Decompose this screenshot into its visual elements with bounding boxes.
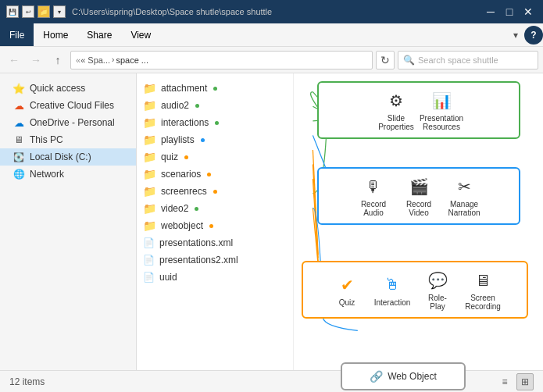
sidebar-item-this-pc[interactable]: 🖥 This PC [0, 131, 136, 148]
close-button[interactable]: ✕ [520, 3, 537, 20]
file-item[interactable]: 📄uuid [137, 269, 293, 286]
sidebar-item-onedrive[interactable]: ☁ OneDrive - Personal [0, 114, 136, 131]
file-item[interactable]: 📁scenarios [137, 166, 293, 183]
tiles-view-button[interactable]: ⊞ [516, 373, 534, 390]
address-part3: space ... [116, 55, 148, 65]
file-item[interactable]: 📁webobject [137, 217, 293, 234]
sidebar-item-local-disk[interactable]: 💽 Local Disk (C:) [0, 148, 136, 166]
record-audio-label: Record Audio [361, 200, 386, 217]
quiz-label: Quiz [339, 298, 355, 307]
search-box[interactable]: 🔍 Search space shuttle [398, 51, 538, 69]
address-box[interactable]: « « Spa... › space ... [70, 51, 373, 69]
sidebar-item-creative-cloud[interactable]: ☁ Creative Cloud Files [0, 97, 136, 114]
down-arrow-icon[interactable]: ▾ [53, 5, 66, 18]
screen-recording-item: 🖥 Screen Recording [463, 269, 503, 311]
up-button[interactable]: ↑ [48, 51, 67, 69]
forward-button[interactable]: → [27, 51, 45, 69]
folder-icon: 📁 [143, 151, 156, 163]
help-button[interactable]: ? [524, 26, 543, 45]
sidebar-label-local-disk: Local Disk (C:) [30, 151, 91, 162]
onedrive-icon: ☁ [13, 116, 25, 129]
file-name: playlists [161, 134, 195, 145]
record-audio-item: 🎙 Record Audio [353, 175, 394, 217]
menu-home[interactable]: Home [34, 23, 77, 46]
xml-icon: 📄 [143, 255, 155, 265]
quiz-item: ✔ Quiz [327, 273, 367, 307]
file-item[interactable]: 📁video2 [137, 200, 293, 217]
sidebar-item-quick-access[interactable]: ⭐ Quick access [0, 80, 136, 97]
details-view-button[interactable]: ≡ [496, 373, 513, 390]
address-part2: « Spa... [80, 55, 110, 65]
sidebar-item-network[interactable]: 🌐 Network [0, 166, 136, 183]
undo-icon[interactable]: ↩ [22, 5, 34, 18]
title-bar: 💾 ↩ 📁 ▾ C:\Users\ispring\Desktop\Space s… [0, 0, 543, 23]
menu-expand-button[interactable]: ▾ [507, 30, 524, 41]
computer-icon: 🖥 [13, 134, 25, 146]
menu-file[interactable]: File [0, 23, 34, 46]
file-name: presentations.xml [159, 237, 233, 248]
file-item[interactable]: 📁quiz [137, 148, 293, 166]
color-dot [215, 121, 219, 125]
sidebar-label-creative-cloud: Creative Cloud Files [30, 100, 114, 111]
interaction-icon: 🖱 [380, 273, 404, 297]
role-play-icon: 💬 [426, 269, 449, 292]
quiz-icon: ✔ [335, 273, 359, 297]
minimize-button[interactable]: ─ [482, 3, 499, 20]
web-object-label: Web Object [388, 371, 436, 382]
file-item[interactable]: 📁audio2 [137, 97, 293, 114]
item-count: 12 items [9, 376, 45, 387]
folder-icon: 📁 [143, 82, 156, 94]
save-icon[interactable]: 💾 [6, 5, 19, 18]
file-item[interactable]: 📁playlists [137, 131, 293, 148]
file-item[interactable]: 📁screenrecs [137, 183, 293, 200]
presentation-resources-label: Presentation Resources [420, 114, 463, 131]
star-icon: ⭐ [13, 82, 25, 94]
interaction-label: Interaction [374, 298, 411, 307]
sidebar-label-this-pc: This PC [30, 134, 63, 145]
file-item[interactable]: 📁attachment [137, 80, 293, 97]
menu-share[interactable]: Share [77, 23, 121, 46]
gray-box: 🔗 Web Object [341, 362, 466, 390]
folder-icon: 📁 [143, 202, 156, 215]
slide-properties-icon: ⚙ [384, 89, 408, 112]
web-object-icon: 🔗 [370, 370, 383, 383]
main-area: ⭐ Quick access ☁ Creative Cloud Files ☁ … [0, 73, 543, 370]
color-dot [184, 155, 188, 159]
role-play-item: 💬 Role- Play [417, 269, 458, 311]
color-dot [195, 207, 198, 211]
green-box: ⚙ Slide Properties 📊 Presentation Resour… [317, 81, 520, 139]
color-dot [207, 173, 211, 176]
file-item[interactable]: 📄presentations2.xml [137, 251, 293, 269]
xml-icon: 📄 [143, 237, 155, 248]
file-item[interactable]: 📁interactions [137, 114, 293, 131]
color-dot [213, 190, 217, 194]
file-name: video2 [161, 203, 188, 214]
record-video-label: Record Video [406, 200, 431, 217]
record-video-icon: 🎬 [407, 175, 430, 198]
back-button[interactable]: ← [5, 51, 23, 69]
maximize-button[interactable]: □ [501, 3, 518, 20]
cloud-icon: ☁ [13, 99, 25, 112]
file-item[interactable]: 📄presentations.xml [137, 234, 293, 251]
folder-quick-icon[interactable]: 📁 [38, 5, 50, 18]
interaction-item: 🖱 Interaction [372, 273, 413, 307]
screen-recording-icon: 🖥 [471, 269, 495, 292]
file-name: audio2 [161, 100, 189, 111]
file-name: presentations2.xml [159, 255, 238, 265]
role-play-label: Role- Play [428, 294, 447, 311]
file-name: webobject [161, 220, 203, 231]
title-bar-icons: 💾 ↩ 📁 ▾ [6, 5, 66, 18]
file-name: screenrecs [161, 186, 207, 197]
diagram-area: ⚙ Slide Properties 📊 Presentation Resour… [293, 73, 543, 370]
sidebar: ⭐ Quick access ☁ Creative Cloud Files ☁ … [0, 73, 137, 370]
folder-icon: 📁 [143, 168, 156, 180]
address-bar: ← → ↑ « « Spa... › space ... ↻ 🔍 Search … [0, 47, 543, 73]
refresh-button[interactable]: ↻ [376, 51, 395, 69]
record-video-item: 🎬 Record Video [398, 175, 439, 217]
view-icons: ≡ ⊞ [496, 373, 534, 390]
folder-icon: 📁 [143, 116, 156, 129]
title-path: C:\Users\ispring\Desktop\Space shutle\sp… [72, 7, 482, 16]
folder-icon: 📁 [143, 219, 156, 232]
menu-view[interactable]: View [121, 23, 160, 46]
window-controls: ─ □ ✕ [482, 3, 537, 20]
